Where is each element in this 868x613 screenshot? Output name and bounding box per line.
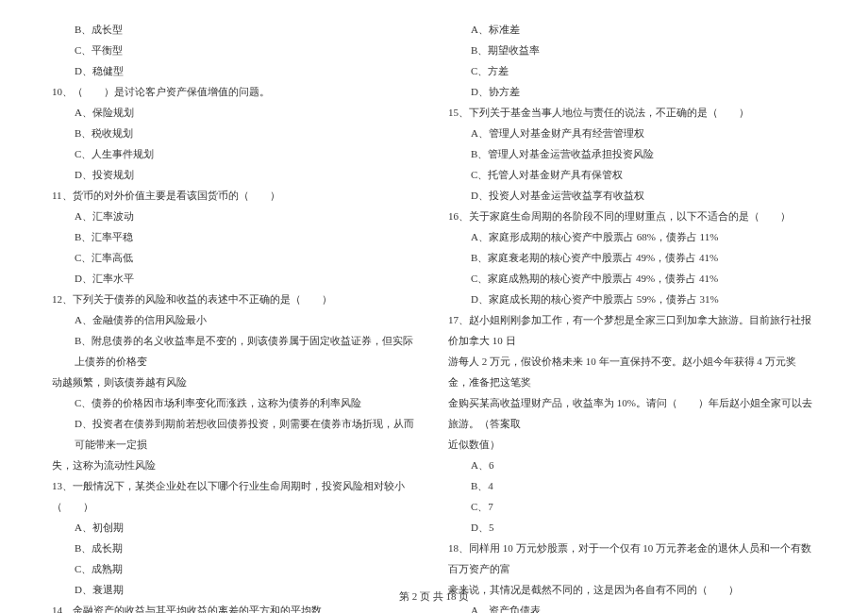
text-line: A、汇率波动 [52,206,420,226]
text-line: 失，这称为流动性风险 [52,455,420,475]
text-line: A、6 [448,455,816,475]
text-line: 10、（ ）是讨论客户资产保值增值的问题。 [52,81,420,102]
text-line: 16、关于家庭生命周期的各阶段不同的理财重点，以下不适合的是（ ） [448,206,816,226]
text-line: 13、一般情况下，某类企业处在以下哪个行业生命周期时，投资风险相对较小（ ） [52,475,420,517]
text-line: D、投资规划 [52,164,420,185]
text-line: 近似数值） [448,434,816,455]
text-line: 12、下列关于债券的风险和收益的表述中不正确的是（ ） [52,289,420,309]
text-line: A、标准差 [448,19,816,40]
text-line: 11、货币的对外价值主要是看该国货币的（ ） [52,185,420,206]
right-column: A、标准差B、期望收益率C、方差D、协方差15、下列关于基金当事人地位与责任的说… [434,19,830,585]
text-line: B、成长期 [52,538,420,558]
text-line: A、保险规划 [52,102,420,123]
text-line: D、投资者在债券到期前若想收回债券投资，则需要在债券市场折现，从而可能带来一定损 [52,413,420,455]
text-line: B、成长型 [52,19,420,40]
text-line: A、管理人对基金财产具有经营管理权 [448,123,816,143]
text-line: B、家庭衰老期的核心资产中股票占 49%，债券占 41% [448,247,816,268]
text-line: D、协方差 [448,81,816,102]
text-line: B、汇率平稳 [52,226,420,247]
text-line: C、人生事件规划 [52,143,420,164]
text-line: 游每人 2 万元，假设价格未来 10 年一直保持不变。赵小姐今年获得 4 万元奖… [448,351,816,392]
text-line: A、家庭形成期的核心资产中股票占 68%，债券占 11% [448,226,816,247]
text-line: C、成熟期 [52,558,420,579]
text-line: C、债券的价格因市场利率变化而涨跌，这称为债券的利率风险 [52,392,420,413]
left-column: B、成长型C、平衡型D、稳健型10、（ ）是讨论客户资产保值增值的问题。A、保险… [38,19,434,585]
text-line: C、家庭成熟期的核心资产中股票占 49%，债券占 41% [448,268,816,289]
text-line: D、汇率水平 [52,268,420,289]
text-line: 18、同样用 10 万元炒股票，对于一个仅有 10 万元养老金的退休人员和一个有… [448,538,816,579]
text-line: 17、赵小姐刚刚参加工作，有一个梦想是全家三口到加拿大旅游。目前旅行社报价加拿大… [448,309,816,351]
text-line: B、附息债券的名义收益率是不变的，则该债券属于固定收益证券，但实际上债券的价格变 [52,330,420,372]
text-line: B、期望收益率 [448,40,816,60]
text-line: C、汇率高低 [52,247,420,268]
text-line: B、管理人对基金运营收益承担投资风险 [448,143,816,164]
text-line: C、7 [448,496,816,517]
text-line: A、金融债券的信用风险最小 [52,309,420,330]
text-line: D、投资人对基金运营收益享有收益权 [448,185,816,206]
text-line: B、4 [448,475,816,496]
text-line: D、5 [448,517,816,538]
text-line: A、初创期 [52,517,420,538]
text-line: C、托管人对基金财产具有保管权 [448,164,816,185]
text-line: 15、下列关于基金当事人地位与责任的说法，不正确的是（ ） [448,102,816,123]
page-footer: 第 2 页 共 18 页 [0,589,868,604]
text-line: C、平衡型 [52,40,420,60]
text-line: 动越频繁，则该债券越有风险 [52,372,420,392]
text-line: B、税收规划 [52,123,420,143]
text-line: 金购买某高收益理财产品，收益率为 10%。请问（ ）年后赵小姐全家可以去旅游。（… [448,392,816,434]
text-line: D、家庭成长期的核心资产中股票占 59%，债券占 31% [448,289,816,309]
text-line: C、方差 [448,60,816,81]
text-line: D、稳健型 [52,60,420,81]
